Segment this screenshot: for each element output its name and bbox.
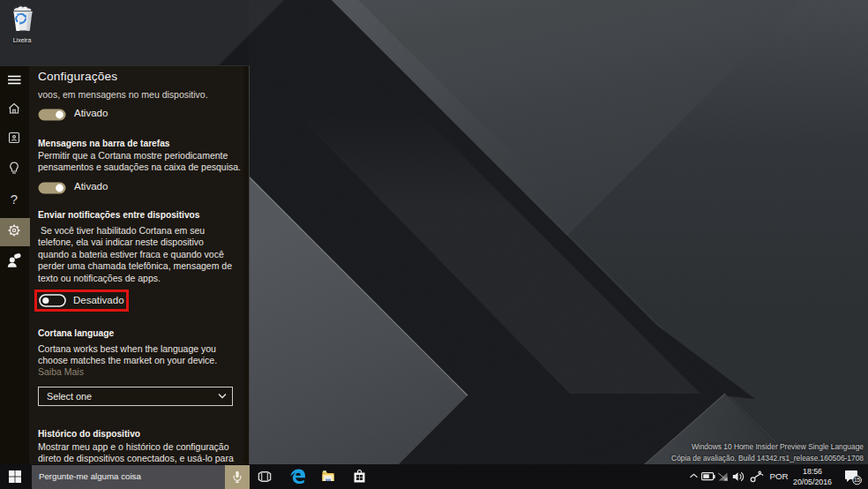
svg-text:15: 15: [853, 477, 860, 483]
svg-text:?: ?: [11, 192, 18, 207]
